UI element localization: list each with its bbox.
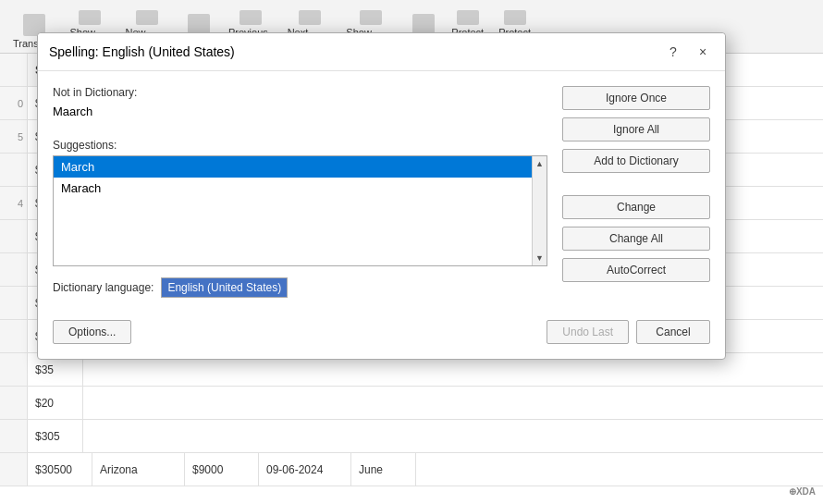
dict-lang-section: Dictionary language: English (United Sta… [53, 277, 547, 298]
footer-left: Options... [53, 320, 131, 344]
suggestions-section: Suggestions: March Marach ▲ ▼ [53, 139, 547, 266]
autocorrect-button[interactable]: AutoCorrect [562, 258, 710, 282]
spelling-dialog: Spelling: English (United States) ? × No… [37, 32, 726, 360]
suggestion-marach[interactable]: Marach [54, 178, 547, 199]
undo-last-button[interactable]: Undo Last [547, 320, 629, 344]
dialog-titlebar: Spelling: English (United States) ? × [38, 33, 725, 71]
scroll-up-arrow[interactable]: ▲ [534, 157, 547, 170]
suggestion-march[interactable]: March [54, 156, 547, 178]
change-button[interactable]: Change [562, 195, 710, 219]
dialog-close-button[interactable]: × [692, 41, 714, 63]
suggestions-list[interactable]: March Marach [54, 156, 547, 265]
suggestions-label: Suggestions: [53, 139, 547, 152]
change-all-button[interactable]: Change All [562, 227, 710, 251]
table-row: $30500 Arizona $9000 09-06-2024 June [0, 453, 823, 486]
cancel-button[interactable]: Cancel [636, 320, 710, 344]
dialog-left-panel: Not in Dictionary: Maarch Suggestions: M… [53, 86, 547, 298]
suggestions-scrollbar[interactable]: ▲ ▼ [532, 156, 547, 265]
dialog-help-button[interactable]: ? [662, 41, 684, 63]
ignore-all-button[interactable]: Ignore All [562, 117, 710, 141]
dialog-titlebar-buttons: ? × [662, 41, 714, 63]
dict-lang-select-wrapper: English (United States) [161, 277, 547, 298]
dialog-footer: Options... Undo Last Cancel [38, 313, 725, 359]
suggestions-list-container: March Marach ▲ ▼ [53, 155, 547, 266]
ignore-once-button[interactable]: Ignore Once [562, 86, 710, 110]
add-to-dictionary-button[interactable]: Add to Dictionary [562, 149, 710, 173]
dialog-title: Spelling: English (United States) [49, 44, 235, 59]
not-in-dictionary-section: Not in Dictionary: Maarch [53, 86, 547, 128]
xda-watermark: ⊕XDA [789, 486, 816, 497]
not-in-dict-label: Not in Dictionary: [53, 86, 547, 99]
dict-lang-label: Dictionary language: [53, 281, 154, 294]
dialog-body: Not in Dictionary: Maarch Suggestions: M… [38, 71, 725, 313]
dict-lang-select[interactable]: English (United States) [161, 277, 288, 298]
misspelled-word: Maarch [53, 103, 547, 120]
dialog-right-panel: Ignore Once Ignore All Add to Dictionary… [562, 86, 710, 298]
scroll-down-arrow[interactable]: ▼ [534, 252, 547, 264]
footer-right: Undo Last Cancel [547, 320, 710, 344]
table-row: $20 [0, 387, 823, 420]
table-row: $305 [0, 420, 823, 453]
options-button[interactable]: Options... [53, 320, 131, 344]
